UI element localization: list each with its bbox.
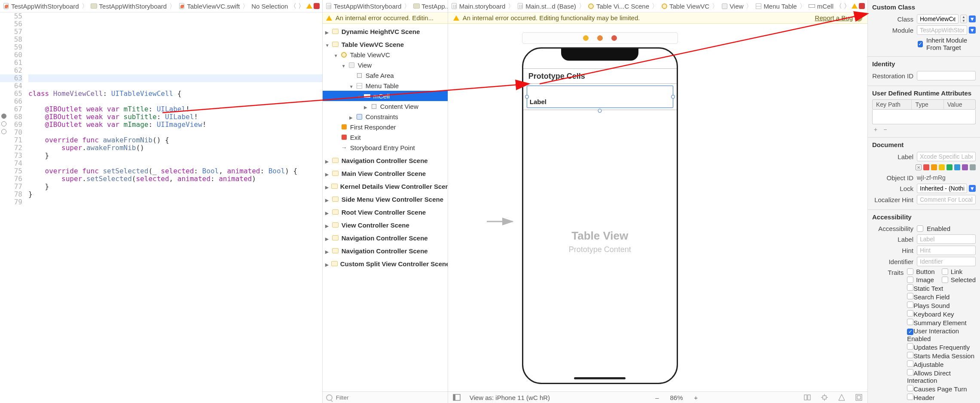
disclosure-triangle[interactable]: [325, 28, 330, 35]
disclosure-triangle[interactable]: [334, 51, 338, 58]
error-icon[interactable]: [859, 3, 865, 9]
outline-row[interactable]: Table ViewVC: [323, 49, 448, 60]
warning-icon[interactable]: [306, 3, 312, 9]
error-icon[interactable]: [314, 3, 320, 9]
class-dropdown-button[interactable]: ▾: [969, 15, 976, 22]
view-as-label[interactable]: View as: iPhone 11 (wC hR): [470, 394, 550, 401]
outline-row[interactable]: Navigation Controller Scene: [323, 233, 448, 243]
back-button[interactable]: 〈: [290, 2, 297, 10]
outline-row[interactable]: Table ViewVC Scene: [323, 39, 448, 49]
module-input[interactable]: [917, 25, 967, 35]
fwd-button[interactable]: 〉: [298, 2, 305, 10]
class-stepper[interactable]: ▲▼: [960, 15, 967, 23]
breadcrumb-group[interactable]: TestApp...ryboard: [413, 3, 447, 10]
acc-identifier-input[interactable]: [917, 257, 976, 266]
disclosure-triangle[interactable]: [349, 113, 354, 120]
color-swatch[interactable]: [923, 164, 929, 170]
trait-checkbox[interactable]: [907, 369, 913, 375]
outline-filter-input[interactable]: [333, 394, 444, 401]
warning-icon[interactable]: [852, 3, 858, 9]
trait-checkbox[interactable]: [907, 360, 913, 367]
prototype-cell[interactable]: Label: [527, 86, 673, 108]
zoom-in-button[interactable]: +: [692, 393, 700, 402]
vc-icon[interactable]: [583, 35, 589, 41]
outline-row[interactable]: Main View Controller Scene: [323, 168, 448, 178]
report-bug-link[interactable]: Report a Bug: [815, 14, 853, 22]
disclosure-triangle[interactable]: [325, 221, 330, 229]
canvas[interactable]: Prototype Cells Label Table View Prototy…: [448, 24, 867, 391]
disclosure-triangle[interactable]: [325, 157, 330, 164]
trait-checkbox[interactable]: [942, 277, 948, 283]
outline-row[interactable]: Navigation Controller Scene: [323, 246, 448, 256]
outline-row[interactable]: Navigation Controller Scene: [323, 155, 448, 166]
breadcrumb-storyboard[interactable]: Main.storyboard: [451, 3, 506, 10]
outline-row[interactable]: Content View: [323, 101, 448, 111]
back-button[interactable]: 〈: [835, 2, 842, 10]
breadcrumb-cell[interactable]: mCell: [809, 3, 833, 10]
outline-row[interactable]: Custom Split View Controller Scene: [323, 258, 448, 269]
color-swatch[interactable]: [931, 164, 937, 170]
disclosure-triangle[interactable]: [325, 234, 330, 242]
class-input[interactable]: [917, 14, 959, 24]
disclosure-triangle[interactable]: [325, 41, 330, 48]
trait-checkbox[interactable]: [907, 293, 913, 299]
outline-row[interactable]: Constraints: [323, 111, 448, 122]
module-dropdown-button[interactable]: ▾: [969, 27, 976, 34]
trait-checkbox[interactable]: [907, 301, 913, 308]
breadcrumb-table[interactable]: Menu Table: [755, 3, 797, 10]
toggle-outline-button[interactable]: [452, 393, 461, 402]
color-swatch[interactable]: [970, 164, 976, 170]
breadcrumb-vc[interactable]: Table ViewVC: [661, 3, 709, 10]
pin-button[interactable]: [820, 393, 829, 402]
trait-checkbox[interactable]: [907, 310, 913, 317]
trait-checkbox[interactable]: [907, 352, 913, 358]
acc-label-input[interactable]: [917, 234, 976, 244]
outline-row[interactable]: →Storyboard Entry Point: [323, 142, 448, 153]
breadcrumb-selection[interactable]: No Selection: [251, 3, 288, 10]
color-swatch[interactable]: [946, 164, 953, 170]
outlet-connection-indicator[interactable]: [1, 114, 6, 119]
outline-row[interactable]: First Responder: [323, 122, 448, 132]
disclosure-triangle[interactable]: [342, 62, 346, 69]
label-color-strip[interactable]: ✕: [916, 164, 976, 170]
trait-checkbox[interactable]: [907, 319, 913, 325]
outline-row[interactable]: Menu Table: [323, 80, 448, 91]
breadcrumb-file[interactable]: TableViewVC.swift: [178, 3, 240, 10]
remove-attribute-button[interactable]: −: [883, 126, 887, 133]
outline-row[interactable]: View Controller Scene: [323, 220, 448, 230]
exit-icon[interactable]: [611, 35, 617, 41]
breadcrumb-project[interactable]: TestAppWithStoryboard: [3, 3, 79, 10]
selection-handle[interactable]: [598, 109, 602, 113]
code-body[interactable]: 5556575859606162636465666768697071727374…: [0, 12, 322, 403]
scene-title-bar[interactable]: [522, 32, 678, 44]
clear-color-button[interactable]: ✕: [916, 164, 922, 170]
disclosure-triangle[interactable]: [325, 196, 330, 203]
localizer-input[interactable]: [917, 195, 976, 204]
outline-row[interactable]: mCell: [323, 91, 448, 101]
fwd-button[interactable]: 〉: [843, 2, 850, 10]
document-outline[interactable]: Dynamic HeightVC SceneTable ViewVC Scene…: [323, 24, 448, 391]
outline-row[interactable]: View: [323, 60, 448, 70]
outlet-connection-indicator[interactable]: [1, 121, 6, 126]
code-jump-bar[interactable]: TestAppWithStoryboard 〉 TestAppWithStory…: [0, 0, 322, 12]
outline-row[interactable]: Safe Area: [323, 70, 448, 80]
inherit-module-checkbox[interactable]: [918, 41, 923, 47]
trait-checkbox[interactable]: [907, 329, 913, 335]
disclosure-triangle[interactable]: [325, 209, 330, 216]
color-swatch[interactable]: [939, 164, 945, 170]
breadcrumb-base[interactable]: Main.st...d (Base): [517, 3, 576, 10]
outline-row[interactable]: Dynamic HeightVC Scene: [323, 26, 448, 37]
storyboard-jump-bar[interactable]: TestAppWithStoryboard 〉 TestApp...ryboar…: [323, 0, 448, 12]
disclosure-triangle[interactable]: [325, 260, 329, 268]
trait-checkbox[interactable]: [907, 385, 913, 391]
outline-row[interactable]: Side Menu View Controller Scene: [323, 194, 448, 204]
breadcrumb-scene[interactable]: Table Vi...C Scene: [588, 3, 649, 10]
accessibility-enabled-checkbox[interactable]: [917, 225, 923, 232]
close-icon[interactable]: ✕: [855, 15, 862, 22]
resolve-button[interactable]: [837, 393, 846, 402]
disclosure-triangle[interactable]: [325, 183, 329, 190]
outline-row[interactable]: Root View Controller Scene: [323, 207, 448, 217]
trait-checkbox[interactable]: [907, 268, 913, 275]
breadcrumb-group[interactable]: TestAppWithStoryboard: [91, 3, 167, 10]
outline-row[interactable]: Exit: [323, 132, 448, 142]
